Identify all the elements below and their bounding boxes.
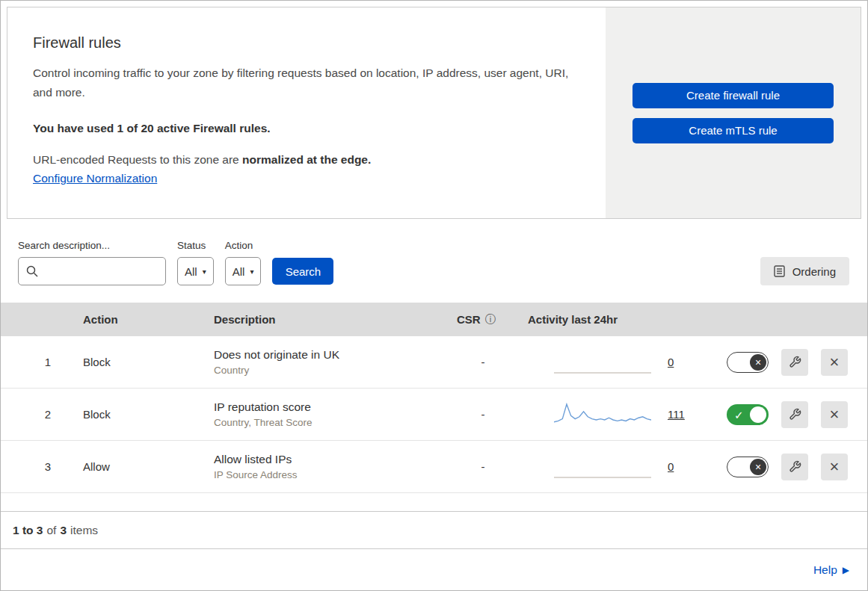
- status-filter-group: Status All ▾: [177, 240, 214, 285]
- ordering-button[interactable]: Ordering: [760, 257, 849, 285]
- x-icon: ×: [755, 357, 761, 368]
- table-row: 2 Block IP reputation score Country, Thr…: [1, 389, 867, 441]
- page-title: Firewall rules: [33, 34, 576, 52]
- rule-csr: -: [434, 460, 509, 473]
- activity-count-link[interactable]: 111: [668, 408, 685, 421]
- x-icon: ×: [830, 459, 840, 475]
- page-description: Control incoming traffic to your zone by…: [33, 64, 576, 102]
- action-label: Action: [225, 240, 262, 251]
- rule-action: Block: [72, 356, 203, 368]
- create-firewall-rule-button[interactable]: Create firewall rule: [632, 83, 834, 108]
- help-bar: Help ▶: [1, 549, 867, 590]
- toggle-knob: ×: [750, 406, 766, 423]
- status-label: Status: [177, 240, 214, 251]
- firewall-overview-text: Firewall rules Control incoming traffic …: [7, 7, 606, 218]
- rule-priority: 3: [1, 460, 72, 473]
- pagination-summary: 1 to 3 of 3 items: [1, 512, 867, 549]
- rule-csr: -: [434, 408, 509, 421]
- column-header-csr: CSR ⓘ: [434, 313, 509, 327]
- help-link-label: Help: [813, 563, 837, 577]
- configure-normalization-link[interactable]: Configure Normalization: [33, 172, 157, 185]
- create-mtls-rule-button[interactable]: Create mTLS rule: [632, 118, 834, 143]
- rule-priority: 2: [1, 408, 72, 421]
- search-label: Search description...: [18, 240, 166, 251]
- wrench-icon: [789, 356, 801, 368]
- action-dropdown-value: All: [233, 265, 245, 278]
- rule-activity-cell: 111: [509, 401, 707, 428]
- search-icon: [26, 265, 38, 277]
- toggle-knob: ×: [750, 354, 766, 371]
- search-button[interactable]: Search: [272, 258, 333, 285]
- rule-description: Allow listed IPs: [214, 453, 434, 466]
- wrench-icon: [789, 408, 801, 421]
- edit-rule-button[interactable]: [781, 401, 808, 428]
- x-icon: ×: [755, 462, 761, 472]
- usage-summary: You have used 1 of 20 active Firewall ru…: [33, 122, 576, 135]
- activity-sparkline: [554, 401, 651, 428]
- csr-header-label: CSR: [457, 313, 481, 326]
- delete-rule-button[interactable]: ×: [821, 401, 848, 428]
- rule-controls: ✓ × ×: [707, 401, 867, 428]
- rule-criteria: Country: [214, 365, 434, 376]
- table-row: 1 Block Does not originate in UK Country…: [1, 336, 867, 389]
- help-link[interactable]: Help ▶: [813, 563, 849, 577]
- chevron-right-icon: ▶: [843, 565, 849, 575]
- column-header-description: Description: [203, 313, 434, 326]
- firewall-overview-card: Firewall rules Control incoming traffic …: [7, 7, 861, 219]
- rule-description: Does not originate in UK: [214, 348, 434, 362]
- rule-criteria: IP Source Address: [214, 469, 434, 480]
- wrench-icon: [789, 460, 801, 473]
- status-dropdown-value: All: [185, 265, 197, 278]
- edit-rule-button[interactable]: [781, 349, 808, 376]
- activity-count-link[interactable]: 0: [668, 356, 678, 368]
- rule-controls: ✓ × ×: [707, 454, 867, 480]
- rule-action: Allow: [72, 460, 203, 473]
- rule-description-cell: Does not originate in UK Country: [203, 348, 434, 376]
- pagination-total: 3: [60, 524, 67, 537]
- ordering-button-label: Ordering: [792, 265, 836, 278]
- normalization-note: URL-encoded Requests to this zone are no…: [33, 153, 576, 167]
- edit-rule-button[interactable]: [781, 454, 808, 480]
- normalization-bold: normalized at the edge.: [242, 153, 371, 166]
- rule-enabled-toggle[interactable]: ✓ ×: [727, 404, 769, 425]
- table-bottom-spacer: [1, 493, 867, 512]
- x-icon: ×: [830, 406, 840, 423]
- rule-enabled-toggle[interactable]: ✓ ×: [727, 352, 769, 373]
- activity-sparkline: [554, 349, 651, 376]
- filter-bar: Search description... Status All ▾ Actio…: [1, 219, 867, 303]
- delete-rule-button[interactable]: ×: [821, 454, 848, 480]
- status-dropdown[interactable]: All ▾: [177, 257, 214, 285]
- rule-description-cell: IP reputation score Country, Threat Scor…: [203, 400, 434, 428]
- pagination-of: of: [46, 524, 56, 537]
- table-row: 3 Allow Allow listed IPs IP Source Addre…: [1, 441, 867, 493]
- search-input-wrapper: [18, 257, 166, 285]
- toggle-knob: ×: [750, 459, 766, 475]
- search-input[interactable]: [44, 265, 158, 278]
- x-icon: ×: [830, 354, 840, 371]
- delete-rule-button[interactable]: ×: [821, 349, 848, 376]
- rule-activity-cell: 0: [509, 454, 707, 480]
- rule-controls: ✓ × ×: [707, 349, 867, 376]
- pagination-range: 1 to 3: [13, 524, 43, 537]
- action-filter-group: Action All ▾: [225, 240, 262, 285]
- rule-enabled-toggle[interactable]: ✓ ×: [727, 457, 769, 477]
- activity-count-link[interactable]: 0: [668, 460, 678, 473]
- action-dropdown[interactable]: All ▾: [225, 257, 262, 285]
- info-icon[interactable]: ⓘ: [485, 313, 496, 327]
- search-filter-group: Search description...: [18, 240, 166, 285]
- pagination-items: items: [70, 524, 98, 537]
- check-icon: ✓: [734, 409, 744, 420]
- rule-activity-cell: 0: [509, 349, 707, 376]
- activity-sparkline: [554, 454, 651, 480]
- chevron-down-icon: ▾: [203, 267, 206, 276]
- rule-description-cell: Allow listed IPs IP Source Address: [203, 453, 434, 480]
- rules-table-header: Action Description CSR ⓘ Activity last 2…: [1, 303, 867, 336]
- create-actions-panel: Create firewall rule Create mTLS rule: [606, 7, 861, 218]
- rule-description: IP reputation score: [214, 400, 434, 414]
- rule-csr: -: [434, 356, 509, 368]
- column-header-activity: Activity last 24hr: [509, 313, 707, 326]
- chevron-down-icon: ▾: [250, 267, 253, 276]
- rule-priority: 1: [1, 356, 72, 368]
- rule-criteria: Country, Threat Score: [214, 417, 434, 428]
- normalization-prefix: URL-encoded Requests to this zone are: [33, 153, 242, 166]
